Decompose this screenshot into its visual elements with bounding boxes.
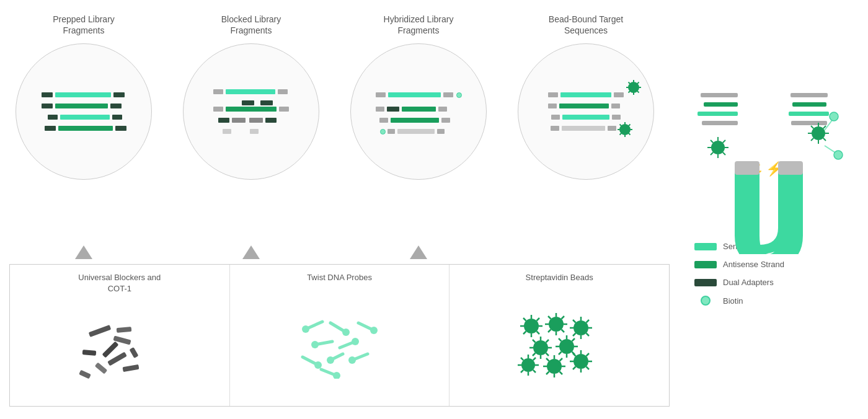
svg-line-135 (711, 152, 713, 155)
hybridized-circle (350, 43, 487, 180)
antisense-swatch (694, 261, 717, 268)
prepped-label: Prepped Library Fragments (53, 11, 115, 38)
svg-line-107 (573, 367, 576, 370)
blockers-icon (76, 302, 163, 399)
svg-line-105 (587, 367, 590, 370)
legend-antisense: Antisense Strand (694, 260, 784, 269)
svg-line-134 (723, 140, 725, 143)
svg-point-36 (524, 319, 539, 333)
svg-point-117 (830, 112, 838, 121)
svg-line-15 (629, 133, 631, 135)
svg-line-14 (620, 125, 622, 126)
svg-rect-108 (701, 93, 738, 97)
hybridized-label: Hybridized Library Fragments (384, 11, 454, 38)
svg-line-6 (637, 91, 639, 93)
magnet-svg: ⚡ ⚡ ⚡ (688, 43, 849, 254)
svg-line-17 (620, 133, 622, 135)
svg-line-44 (523, 332, 526, 335)
hybridized-panel: Hybridized Library Fragments (335, 11, 502, 180)
prepped-circle (16, 43, 152, 180)
svg-line-70 (546, 340, 549, 343)
svg-rect-126 (778, 161, 803, 175)
svg-line-59 (573, 320, 576, 323)
svg-line-96 (560, 372, 563, 375)
svg-line-8 (629, 91, 631, 93)
beads-icon (516, 291, 603, 399)
svg-line-16 (629, 125, 631, 126)
bead-bound-circle (518, 43, 654, 180)
svg-point-33 (370, 327, 378, 334)
svg-line-88 (533, 358, 536, 360)
svg-point-21 (342, 329, 350, 336)
svg-point-29 (327, 356, 334, 364)
svg-line-86 (521, 358, 523, 360)
svg-line-43 (537, 318, 540, 321)
svg-line-62 (573, 333, 576, 337)
biotin-swatch (701, 296, 711, 306)
probes-label: Twist DNA Probes (307, 272, 372, 283)
svg-point-99 (574, 354, 588, 369)
blockers-box: Universal Blockers and COT-1 (10, 265, 230, 406)
svg-line-95 (546, 358, 549, 361)
beads-svg (516, 311, 603, 379)
svg-line-132 (711, 140, 713, 143)
main-container: Prepped Library Fragments (0, 0, 868, 419)
svg-line-77 (559, 338, 562, 342)
blocked-label: Blocked Library Fragments (221, 11, 281, 38)
svg-line-133 (723, 152, 725, 155)
svg-point-119 (834, 151, 843, 159)
probes-box: Twist DNA Probes (230, 265, 450, 406)
beads-box: Streptavidin Beads (450, 265, 669, 406)
svg-line-41 (523, 318, 526, 321)
legend-adapter: Dual Adapters (694, 278, 784, 287)
bottom-boxes: Universal Blockers and COT-1 (9, 264, 670, 407)
svg-line-89 (521, 370, 523, 373)
svg-point-136 (812, 126, 825, 140)
svg-rect-114 (789, 112, 829, 116)
svg-point-54 (574, 320, 588, 335)
adapter-text: Dual Adapters (723, 278, 774, 287)
beads-label: Streptavidin Beads (526, 272, 593, 283)
blocked-panel: Blocked Library Fragments (167, 11, 335, 180)
svg-line-141 (811, 126, 813, 128)
svg-rect-110 (698, 112, 738, 116)
svg-point-81 (521, 358, 535, 372)
svg-line-61 (587, 320, 590, 323)
bead-bound-label: Bead-Bound Target Sequences (549, 11, 623, 38)
svg-rect-113 (792, 102, 826, 107)
svg-point-45 (549, 317, 564, 332)
svg-line-79 (572, 338, 575, 342)
svg-line-52 (562, 316, 565, 319)
svg-rect-125 (735, 161, 760, 175)
bead-bound-panel: Bead-Bound Target Sequences (502, 11, 670, 180)
svg-point-90 (547, 359, 562, 374)
antisense-text: Antisense Strand (723, 260, 784, 269)
magnet-area: ⚡ ⚡ ⚡ (682, 37, 856, 260)
prepped-panel: Prepped Library Fragments (0, 11, 167, 180)
svg-rect-109 (704, 102, 738, 107)
svg-line-50 (548, 316, 551, 319)
arrow-1 (75, 245, 92, 259)
blocked-circle (183, 43, 319, 180)
svg-line-5 (629, 82, 631, 84)
legend-biotin: Biotin (694, 296, 784, 306)
svg-line-53 (548, 330, 551, 333)
svg-line-60 (587, 333, 590, 337)
svg-point-63 (533, 340, 548, 355)
svg-rect-115 (791, 121, 827, 125)
biotin-text: Biotin (723, 296, 743, 306)
svg-line-87 (533, 370, 536, 373)
adapter-swatch (694, 279, 717, 286)
svg-point-72 (559, 339, 574, 354)
svg-line-97 (560, 358, 563, 361)
svg-point-27 (314, 361, 322, 369)
arrow-2 (242, 245, 260, 259)
svg-point-127 (711, 141, 725, 154)
probes-icon (296, 291, 383, 399)
svg-line-106 (587, 353, 590, 356)
svg-line-42 (537, 332, 540, 335)
svg-line-104 (573, 353, 576, 356)
svg-line-98 (546, 372, 549, 375)
svg-line-144 (811, 138, 813, 141)
svg-rect-112 (790, 93, 828, 97)
